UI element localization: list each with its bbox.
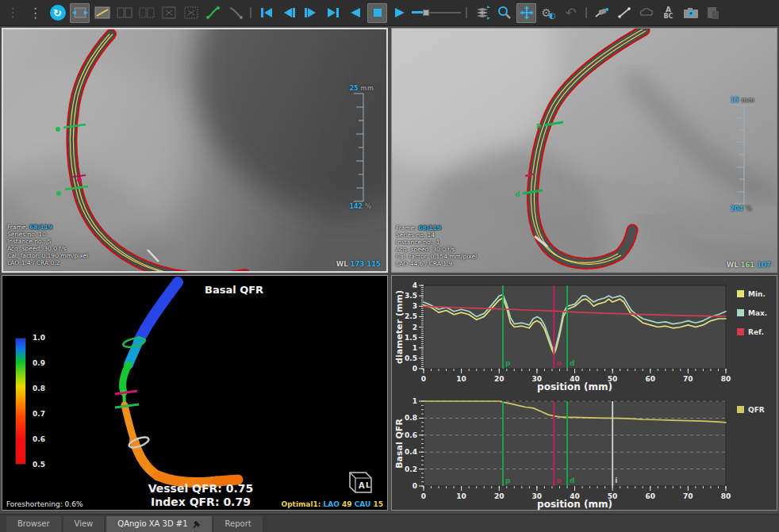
svg-text:10: 10 (456, 375, 466, 383)
tab-report[interactable]: Report (214, 516, 263, 532)
probe-icon (594, 6, 610, 19)
svg-text:20: 20 (494, 375, 505, 383)
stop-button[interactable] (367, 3, 387, 23)
svg-text:1.5: 1.5 (405, 334, 417, 342)
diameter-chart: 0102030405060708000.511.522.533.54podpos… (393, 280, 775, 396)
svg-text:20: 20 (494, 492, 505, 500)
report-icon (706, 6, 720, 20)
svg-text:3.5: 3.5 (405, 292, 417, 300)
svg-text:Ref.: Ref. (748, 328, 764, 336)
region-icon (639, 7, 654, 18)
snapshot-icon (683, 6, 699, 19)
compare-views-button[interactable] (114, 3, 134, 23)
svg-text:position (mm): position (mm) (537, 381, 612, 392)
undo-icon: ↶ (565, 6, 576, 20)
play-button[interactable] (390, 3, 409, 23)
zoom-button[interactable] (494, 3, 514, 23)
undo-button[interactable]: ↶ (561, 3, 581, 23)
measure-line-button[interactable] (614, 3, 634, 23)
pan-button[interactable] (516, 3, 536, 23)
overflow-menu-button[interactable]: ⋮ (25, 3, 45, 23)
svg-text:0.5: 0.5 (405, 354, 417, 362)
annotation-icon: ABC (664, 6, 673, 20)
workspace-tabbar: Browser View QAngio XA 3D #1 Report (0, 514, 779, 532)
last-frame-icon (327, 7, 340, 18)
orientation-cube[interactable]: A L (340, 466, 376, 499)
svg-text:0: 0 (413, 482, 417, 490)
vessel-qfr-value: Vessel QFR: 0.75 (117, 482, 284, 495)
play-reverse-icon (350, 7, 361, 18)
drag-handle[interactable]: ⋮ (3, 3, 23, 23)
pan-icon (520, 6, 534, 20)
svg-text:2: 2 (413, 323, 417, 331)
region-button[interactable] (636, 3, 656, 23)
toolbar-separator (585, 7, 587, 18)
snapshot-button[interactable] (681, 3, 700, 23)
svg-text:70: 70 (683, 375, 693, 383)
edit-contour-button[interactable] (92, 3, 112, 23)
reject-image-button[interactable] (159, 3, 178, 23)
frame-slider[interactable] (412, 7, 461, 18)
viewport-angio-second[interactable]: p d 15 mm 204 % Frame: 68/119 Series no.… (391, 28, 777, 273)
zoom-icon (497, 6, 512, 20)
viewport-angio-first[interactable]: 25 mm 142 % Frame: 68/119 Series no. 10 … (2, 28, 388, 273)
overflow-menu-icon: ⋮ (29, 6, 42, 20)
svg-text:d: d (570, 477, 574, 484)
svg-text:0: 0 (421, 375, 426, 383)
image-info-overlay: Frame: 68/119 Series no. 14 Instance no.… (396, 224, 477, 267)
last-frame-button[interactable] (323, 3, 343, 23)
reject-image-alt-button[interactable] (181, 3, 201, 23)
svg-text:70: 70 (683, 492, 693, 500)
reset-view-button[interactable]: ↻ (48, 3, 67, 23)
previous-frame-button[interactable] (278, 3, 298, 23)
window-level-button[interactable] (70, 3, 90, 23)
cine-stack-icon (474, 5, 490, 21)
cube-side-label: L (366, 481, 370, 489)
svg-text:60: 60 (645, 492, 655, 500)
compare-views-alt-button[interactable] (136, 3, 156, 23)
qfr-chart: 0102030405060708000.20.40.60.81podiposit… (393, 396, 775, 511)
svg-text:0.6: 0.6 (405, 431, 417, 439)
edit-contour-icon (94, 6, 110, 19)
svg-text:Max.: Max. (748, 309, 767, 317)
first-frame-button[interactable] (256, 3, 276, 23)
svg-text:0: 0 (421, 492, 426, 500)
viewport-graphs[interactable]: 0102030405060708000.511.522.533.54podpos… (391, 275, 777, 511)
report-button[interactable] (703, 3, 723, 23)
svg-text:d: d (570, 359, 574, 367)
annotation-button[interactable]: ABC (658, 3, 678, 23)
next-frame-button[interactable] (301, 3, 320, 23)
cine-stack-button[interactable] (472, 3, 492, 23)
distal-marker[interactable] (115, 404, 139, 408)
vessel-3d-model[interactable] (2, 276, 387, 510)
proximal-marker-label: p (536, 121, 542, 129)
svg-text:0.2: 0.2 (405, 465, 417, 473)
tab-browser[interactable]: Browser (6, 516, 61, 532)
tab-view[interactable]: View (63, 516, 105, 532)
index-qfr-value: Index QFR: 0.79 (117, 496, 284, 508)
toolbar-separator (250, 7, 251, 18)
play-icon (394, 7, 405, 18)
tab-qangio-xa-3d[interactable]: QAngio XA 3D #1 (106, 516, 211, 532)
scale-ruler: 15 mm 204 % (728, 97, 754, 212)
scale-ruler: 25 mm 142 % (347, 85, 374, 210)
display-settings-button[interactable]: ⚙◐ (539, 3, 558, 23)
svg-text:Basal QFR: Basal QFR (394, 419, 405, 469)
ruler-ticks (728, 104, 749, 205)
pathline-button[interactable] (203, 3, 223, 23)
optimal-projection-value: Optimal1: LAO 49 CAU 15 (282, 500, 383, 508)
pathline-icon (205, 6, 221, 20)
frame-slider-handle[interactable] (423, 10, 429, 16)
svg-text:p: p (505, 359, 511, 367)
svg-text:80: 80 (721, 375, 731, 383)
obstruction-marker[interactable] (115, 391, 137, 394)
svg-text:o: o (556, 359, 561, 367)
probe-button[interactable] (592, 3, 612, 23)
pathline-alt-button[interactable] (225, 3, 245, 23)
window-level-icon (72, 6, 88, 19)
svg-text:2.5: 2.5 (405, 312, 417, 320)
reset-view-icon: ↻ (50, 5, 66, 21)
viewport-3d-qfr[interactable]: Basal QFR 1.0 0.9 0.8 0.7 0.6 0.5 A L (2, 275, 388, 511)
play-reverse-button[interactable] (345, 3, 365, 23)
svg-text:o: o (556, 477, 561, 484)
